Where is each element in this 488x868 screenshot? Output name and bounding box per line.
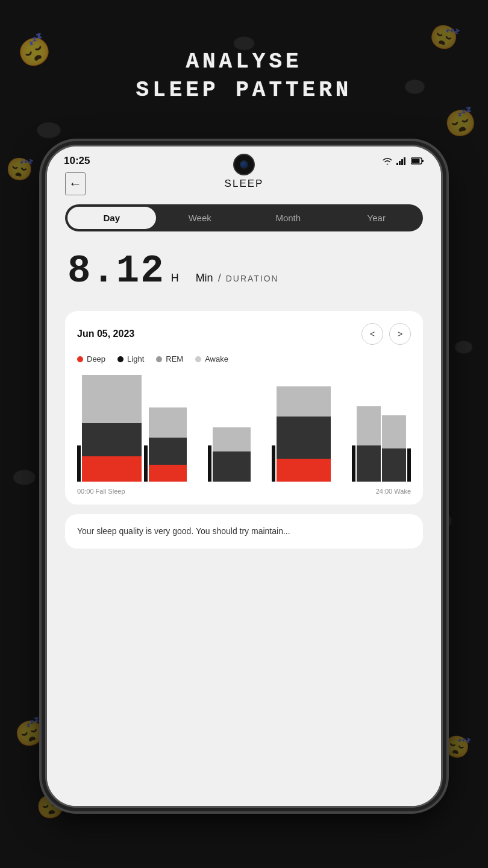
bar-col xyxy=(352,445,355,482)
signal-icon xyxy=(396,157,407,165)
chart-footer-start: 00:00 Fall Sleep xyxy=(77,488,125,495)
bar-segment-rem xyxy=(213,427,251,451)
svg-rect-3 xyxy=(404,157,405,165)
sleep-chart xyxy=(77,373,411,482)
camera-pill xyxy=(233,154,255,175)
bar-segment-deep xyxy=(149,465,187,482)
back-button[interactable]: ← xyxy=(65,172,86,195)
next-button[interactable]: > xyxy=(389,323,411,345)
chart-card: Jun 05, 2023 < > Deep Light REM xyxy=(65,311,423,505)
tab-month[interactable]: Month xyxy=(244,207,333,229)
status-bar: 10:25 xyxy=(47,146,441,172)
nav-buttons: < > xyxy=(361,323,411,345)
legend-rem: REM xyxy=(156,354,183,363)
status-icons xyxy=(382,157,424,165)
bottom-text-card: Your sleep quality is very good. You sho… xyxy=(65,514,423,549)
duration-label: DURATION xyxy=(226,274,279,283)
phone-frame: 10:25 xyxy=(45,145,443,808)
bar-segment-rem xyxy=(149,407,187,438)
chart-date: Jun 05, 2023 xyxy=(77,329,134,339)
bar-col-end xyxy=(407,448,411,482)
legend-label-awake: Awake xyxy=(205,354,228,363)
duration-separator: / xyxy=(218,272,221,285)
bottom-card-text: Your sleep quality is very good. You sho… xyxy=(77,525,411,538)
svg-rect-6 xyxy=(412,159,420,163)
svg-rect-0 xyxy=(396,163,398,165)
top-nav: ← SLEEP xyxy=(65,178,423,190)
headline-area: ANALYSE SLEEP PATTERN xyxy=(0,48,488,105)
duration-value: 8.12 xyxy=(67,250,165,293)
legend-dot-light xyxy=(117,356,124,362)
page-title: SLEEP xyxy=(225,178,264,190)
svg-rect-1 xyxy=(399,161,401,165)
chart-footer: 00:00 Fall Sleep 24:00 Wake xyxy=(77,488,411,495)
app-content: ← SLEEP Day Week Month Year 8.12 H Min /… xyxy=(47,172,441,806)
bar-col xyxy=(77,445,81,482)
legend-dot-awake xyxy=(195,356,201,362)
svg-rect-5 xyxy=(422,160,424,162)
bar-col xyxy=(272,445,275,482)
legend-label-light: Light xyxy=(127,354,144,363)
chart-header: Jun 05, 2023 < > xyxy=(77,323,411,345)
legend-label-deep: Deep xyxy=(87,354,105,363)
legend-label-rem: REM xyxy=(166,354,183,363)
bar-segment-rem xyxy=(382,415,406,448)
headline-line2: SLEEP PATTERN xyxy=(0,77,488,105)
sleep-duration: 8.12 H Min / DURATION xyxy=(65,250,423,293)
prev-button[interactable]: < xyxy=(361,323,383,345)
svg-rect-2 xyxy=(401,159,403,165)
bar-segment-deep xyxy=(277,459,331,482)
bar-segment-light xyxy=(382,448,406,482)
bar-col xyxy=(144,445,148,482)
legend-deep: Deep xyxy=(77,354,105,363)
chart-footer-end: 24:00 Wake xyxy=(376,488,411,495)
duration-number: 8.12 xyxy=(67,250,165,293)
tab-selector: Day Week Month Year xyxy=(65,204,423,231)
bar-segment-deep xyxy=(82,456,142,482)
bar-segment-rem xyxy=(357,406,381,445)
camera-inner xyxy=(240,160,248,169)
legend-awake: Awake xyxy=(195,354,228,363)
status-time: 10:25 xyxy=(64,155,90,167)
bar-segment-light xyxy=(82,423,142,456)
legend-dot-deep xyxy=(77,356,83,362)
tab-year[interactable]: Year xyxy=(333,207,421,229)
bar-col xyxy=(208,445,211,482)
bar-segment-rem xyxy=(82,375,142,423)
bar-segment-light xyxy=(213,451,251,482)
wifi-icon xyxy=(382,157,393,165)
bar-segment-light xyxy=(149,438,187,465)
chart-legend: Deep Light REM Awake xyxy=(77,354,411,363)
tab-day[interactable]: Day xyxy=(67,207,156,229)
legend-light: Light xyxy=(117,354,144,363)
bar-segment-light xyxy=(277,417,331,459)
hours-unit: H xyxy=(171,272,179,285)
tab-week[interactable]: Week xyxy=(156,207,245,229)
bar-segment-light xyxy=(357,445,381,482)
battery-icon xyxy=(411,157,424,165)
headline-line1: ANALYSE xyxy=(0,48,488,77)
bar-segment-rem xyxy=(277,386,331,417)
headline-text: ANALYSE SLEEP PATTERN xyxy=(0,48,488,105)
min-unit: Min xyxy=(196,272,213,285)
legend-dot-rem xyxy=(156,356,162,362)
